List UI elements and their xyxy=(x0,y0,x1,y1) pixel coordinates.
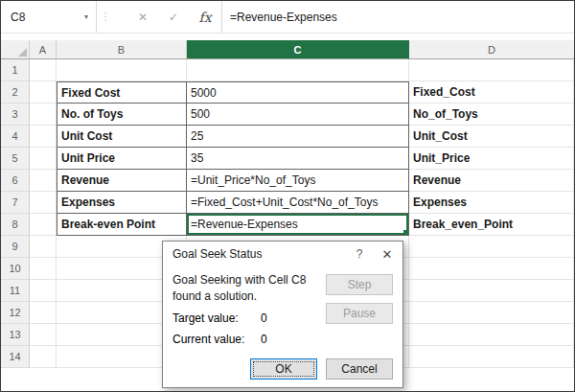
cell-C7[interactable]: =Fixed_Cost+Unit_Cost*No_of_Toys xyxy=(187,192,409,214)
cell-A3[interactable] xyxy=(30,104,57,126)
cell-D3[interactable]: No_of_Toys xyxy=(409,104,574,126)
dialog-close-icon[interactable]: ✕ xyxy=(372,242,402,266)
goal-seek-status-dialog: Goal Seek Status ? ✕ Goal Seeking with C… xyxy=(162,241,403,388)
cell-C5[interactable]: 35 xyxy=(187,148,409,170)
name-box-dropdown-icon[interactable]: ▾ xyxy=(84,12,88,21)
cell-A1[interactable] xyxy=(30,59,57,81)
cell-A5[interactable] xyxy=(30,148,57,170)
cell-A14[interactable] xyxy=(30,346,57,368)
row-header-8[interactable]: 8 xyxy=(1,214,30,236)
cell-D12[interactable] xyxy=(409,302,574,324)
cell-A9[interactable] xyxy=(30,236,57,258)
row-header-2[interactable]: 2 xyxy=(1,81,30,104)
sheet-row-3: 3 No. of Toys 500 No_of_Toys xyxy=(1,104,574,126)
row-header-4[interactable]: 4 xyxy=(1,126,30,148)
current-value-label: Current value: xyxy=(172,333,261,346)
dialog-body: Goal Seeking with Cell C8 found a soluti… xyxy=(163,266,402,387)
cell-B2[interactable]: Fixed Cost xyxy=(57,81,187,104)
cell-D8[interactable]: Break_even_Point xyxy=(409,214,574,236)
cell-C4[interactable]: 25 xyxy=(187,126,409,148)
row-header-12[interactable]: 12 xyxy=(1,302,30,324)
cell-A8[interactable] xyxy=(30,214,57,236)
cell-A7[interactable] xyxy=(30,192,57,214)
dialog-message-line2: found a solution. xyxy=(172,288,326,305)
cell-A10[interactable] xyxy=(30,258,57,280)
cell-D9[interactable] xyxy=(409,236,574,258)
sheet-row-4: 4 Unit Cost 25 Unit_Cost xyxy=(1,126,574,148)
row-header-14[interactable]: 14 xyxy=(1,346,30,368)
ok-button[interactable]: OK xyxy=(250,358,317,380)
dialog-message-line1: Goal Seeking with Cell C8 xyxy=(172,272,326,288)
cancel-button[interactable]: Cancel xyxy=(326,358,393,380)
row-header-1[interactable]: 1 xyxy=(1,59,30,81)
step-button[interactable]: Step xyxy=(326,274,393,295)
row-header-13[interactable]: 13 xyxy=(1,324,30,346)
column-header-C[interactable]: C xyxy=(187,40,409,59)
cell-A12[interactable] xyxy=(30,302,57,324)
cell-A6[interactable] xyxy=(30,170,57,192)
column-header-B[interactable]: B xyxy=(57,40,187,59)
row-header-10[interactable]: 10 xyxy=(1,258,30,280)
row-header-11[interactable]: 11 xyxy=(1,280,30,302)
cell-B7[interactable]: Expenses xyxy=(57,192,187,214)
column-header-D[interactable]: D xyxy=(409,40,574,59)
row-header-6[interactable]: 6 xyxy=(1,170,30,192)
cell-A11[interactable] xyxy=(30,280,57,302)
cell-D13[interactable] xyxy=(409,324,574,346)
name-box[interactable]: C8 ▾ xyxy=(1,1,97,33)
cell-D11[interactable] xyxy=(409,280,574,302)
cell-C6[interactable]: =Unit_Price*No_of_Toys xyxy=(187,170,409,192)
cell-A2[interactable] xyxy=(30,81,57,104)
select-all-corner[interactable] xyxy=(1,40,30,59)
column-headers: A B C D xyxy=(1,40,574,59)
cell-D5[interactable]: Unit_Price xyxy=(409,148,574,170)
cell-D1[interactable] xyxy=(409,59,574,81)
formula-input[interactable]: =Revenue-Expenses xyxy=(222,1,574,33)
cell-C2[interactable]: 5000 xyxy=(187,81,409,104)
sheet-row-8: 8 Break-even Point =Revenue-Expenses Bre… xyxy=(1,214,574,236)
cell-D7[interactable]: Expenses xyxy=(409,192,574,214)
row-header-9[interactable]: 9 xyxy=(1,236,30,258)
row-header-7[interactable]: 7 xyxy=(1,192,30,214)
cell-B6[interactable]: Revenue xyxy=(57,170,187,192)
cell-A4[interactable] xyxy=(30,126,57,148)
dialog-title: Goal Seek Status xyxy=(172,247,347,261)
cell-C8-active[interactable]: =Revenue-Expenses xyxy=(187,214,409,236)
cell-D10[interactable] xyxy=(409,258,574,280)
row-header-3[interactable]: 3 xyxy=(1,104,30,126)
name-box-value: C8 xyxy=(11,11,25,24)
target-value-label: Target value: xyxy=(172,311,261,325)
cell-B3[interactable]: No. of Toys xyxy=(57,104,187,126)
cell-B8[interactable]: Break-even Point xyxy=(57,214,187,236)
sheet-row-1: 1 xyxy=(1,59,574,81)
current-value: 0 xyxy=(261,333,267,346)
excel-window: C8 ▾ ⋮ ✕ ✓ fx =Revenue-Expenses A B C D … xyxy=(0,0,575,392)
cancel-entry-icon[interactable]: ✕ xyxy=(127,11,158,24)
cell-B5[interactable]: Unit Price xyxy=(57,148,187,170)
formula-bar-grip-icon: ⋮ xyxy=(97,1,114,33)
cell-D14[interactable] xyxy=(409,346,574,368)
cell-D2[interactable]: Fixed_Cost xyxy=(409,81,574,104)
sheet-row-5: 5 Unit Price 35 Unit_Price xyxy=(1,148,574,170)
cell-D4[interactable]: Unit_Cost xyxy=(409,126,574,148)
dialog-help-icon[interactable]: ? xyxy=(347,242,372,266)
sheet-row-7: 7 Expenses =Fixed_Cost+Unit_Cost*No_of_T… xyxy=(1,192,574,214)
insert-function-icon[interactable]: fx xyxy=(189,10,221,25)
formula-bar-buttons: ✕ ✓ fx xyxy=(114,1,222,33)
cell-D6[interactable]: Revenue xyxy=(409,170,574,192)
confirm-entry-icon[interactable]: ✓ xyxy=(158,11,189,24)
sheet-row-2: 2 Fixed Cost 5000 Fixed_Cost xyxy=(1,81,574,104)
cell-C1[interactable] xyxy=(187,59,409,81)
cell-B4[interactable]: Unit Cost xyxy=(57,126,187,148)
row-header-5[interactable]: 5 xyxy=(1,148,30,170)
target-value: 0 xyxy=(261,311,267,325)
column-header-A[interactable]: A xyxy=(30,40,57,59)
formula-bar: C8 ▾ ⋮ ✕ ✓ fx =Revenue-Expenses xyxy=(1,1,574,34)
cell-A13[interactable] xyxy=(30,324,57,346)
cell-C3[interactable]: 500 xyxy=(187,104,409,126)
pause-button[interactable]: Pause xyxy=(326,303,393,324)
sheet-row-6: 6 Revenue =Unit_Price*No_of_Toys Revenue xyxy=(1,170,574,192)
cell-B1[interactable] xyxy=(57,59,187,81)
dialog-title-bar[interactable]: Goal Seek Status ? ✕ xyxy=(163,242,402,266)
